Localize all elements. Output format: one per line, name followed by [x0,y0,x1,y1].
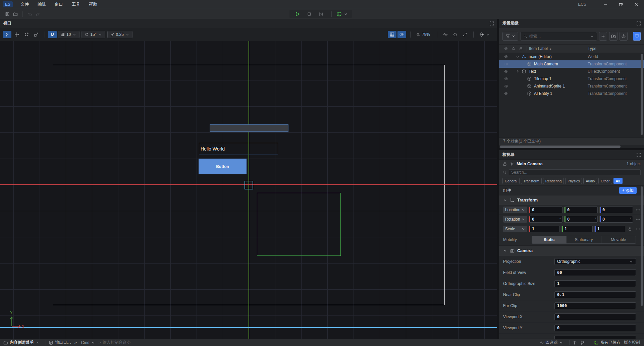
world-run-button[interactable] [335,10,343,18]
uniform-scale-lock-icon[interactable] [627,227,633,231]
link-values-icon[interactable] [635,208,641,212]
mobility-stationary[interactable]: Stationary [567,236,601,243]
rotation-x-input[interactable] [530,217,559,222]
scale-tool-button[interactable] [32,31,41,38]
tab-general[interactable]: General [502,178,520,184]
save-status[interactable]: 所有已保存 [594,340,621,345]
scale-z-field[interactable] [594,226,625,232]
near-clip-input[interactable] [554,291,636,298]
location-y-input[interactable] [566,208,597,212]
column-item-label[interactable]: Item Label ▲ [529,46,552,51]
content-drawer-button[interactable]: 内容侧滑菜单 [3,340,40,345]
sprite-placeholder[interactable] [210,124,288,132]
location-z-input[interactable] [601,208,633,212]
scale-z-input[interactable] [596,227,625,231]
unlock-icon[interactable] [502,162,507,166]
network-status-button[interactable] [572,340,577,345]
filter-button[interactable] [502,32,518,41]
field-of-view-input[interactable] [554,269,636,276]
tab-rendering[interactable]: Rendering [543,178,564,184]
favorite-column-icon[interactable] [510,47,517,51]
save-button[interactable] [3,10,11,18]
ui-button-element[interactable]: Button [199,159,247,174]
gear-icon[interactable] [509,162,514,166]
location-y-field[interactable] [564,207,598,213]
grid-snap-dropdown[interactable]: 10 [58,31,79,38]
chevron-down-icon[interactable] [515,55,521,59]
scrollbar-thumb[interactable] [500,146,621,148]
scale-x-field[interactable] [529,226,560,232]
hierarchy-row-tilemap[interactable]: Tilemap 1 TransformComponent [499,75,644,82]
menu-help[interactable]: 帮助 [85,0,102,9]
rotation-dropdown[interactable]: Rotation [503,216,527,223]
trace-button[interactable]: 回追踪 [540,340,563,345]
output-log-button[interactable]: 输出日志 [49,340,71,345]
viewport-x-input[interactable] [554,313,636,320]
projection-select[interactable]: Orthographic [554,258,636,265]
menu-edit[interactable]: 编辑 [33,0,50,9]
add-entity-button[interactable] [599,32,607,41]
scale-y-field[interactable] [561,226,592,232]
hierarchy-row-ai-entity[interactable]: AI Entity 1 TransformComponent [499,90,644,97]
rotation-x-field[interactable]: ° [529,216,562,223]
menu-tools[interactable]: 工具 [67,0,85,9]
hierarchy-settings-button[interactable] [620,32,628,41]
world-run-dropdown[interactable] [344,12,348,16]
tab-all[interactable]: All [613,178,623,184]
minimize-button[interactable] [598,0,613,9]
select-tool-button[interactable] [3,31,11,38]
rotation-z-input[interactable] [601,217,630,222]
undo-button[interactable] [26,10,34,18]
add-component-button[interactable]: + 添加 [619,187,637,194]
zoom-level-control[interactable]: 79% [414,31,433,38]
lock-column-icon[interactable] [517,47,525,51]
move-tool-button[interactable] [12,31,21,38]
tab-transform[interactable]: Transform [521,178,541,184]
viewport-expand-button[interactable] [490,21,494,25]
ui-text-element[interactable]: Hello World [199,143,278,155]
mobility-static[interactable]: Static [532,236,567,243]
close-button[interactable] [629,0,644,9]
location-dropdown[interactable]: Location [503,207,527,213]
visibility-button[interactable] [397,31,406,38]
hierarchy-horizontal-scrollbar[interactable] [499,145,644,148]
hierarchy-row-animatedsprite[interactable]: AnimatedSprite 1 TransformComponent [499,82,644,90]
viewport-canvas[interactable]: Hello World Button Y X [0,41,497,339]
eye-icon[interactable] [502,69,510,73]
chevron-down-icon[interactable] [503,249,507,253]
hierarchy-vertical-scrollbar[interactable] [641,54,643,135]
location-x-input[interactable] [530,208,562,212]
hierarchy-search-input[interactable] [529,34,588,39]
tab-other[interactable]: Other [598,178,612,184]
rotation-y-field[interactable]: ° [564,216,598,223]
link-values-icon[interactable] [635,227,641,231]
source-control-button[interactable] [580,340,585,345]
hierarchy-row-text[interactable]: Text UITextComponent [499,68,644,75]
location-x-field[interactable] [529,207,562,213]
tab-audio[interactable]: Audio [583,178,597,184]
rotate-tool-button[interactable] [22,31,31,38]
play-button[interactable] [293,10,302,18]
chevron-down-icon[interactable] [503,198,507,202]
transform-section-header[interactable]: Transform [499,195,644,205]
hierarchy-row-main-camera[interactable]: Main Camera TransformComponent [499,60,644,68]
rotation-z-field[interactable]: ° [599,216,633,223]
inspector-search-input[interactable] [509,169,641,175]
link-values-icon[interactable] [635,217,641,222]
redo-button[interactable] [34,10,42,18]
eye-icon[interactable] [502,62,510,66]
restore-button[interactable] [613,0,629,9]
version-control-button[interactable]: 版本控制 [624,340,640,345]
chevron-right-icon[interactable] [515,69,521,73]
eye-icon[interactable] [502,92,510,96]
rotation-y-input[interactable] [566,217,595,222]
eye-icon[interactable] [502,77,510,81]
view-mode-dropdown[interactable] [477,31,492,38]
rotation-snap-dropdown[interactable]: 15° [82,31,105,38]
stop-button[interactable] [305,10,314,18]
far-clip-input[interactable] [554,302,636,309]
hierarchy-row-main[interactable]: main (Editor) World [499,53,644,60]
step-button[interactable] [317,10,325,18]
mobility-movable[interactable]: Movable [601,236,636,243]
viewport-y-input[interactable] [554,325,636,331]
